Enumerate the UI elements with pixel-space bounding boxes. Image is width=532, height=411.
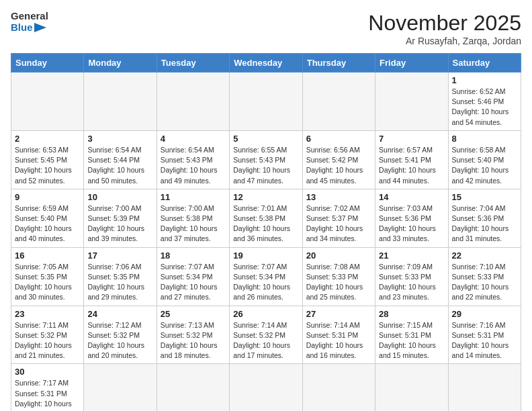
- day-info: Sunrise: 7:14 AM Sunset: 5:31 PM Dayligh…: [306, 320, 371, 361]
- calendar-cell: 27Sunrise: 7:14 AM Sunset: 5:31 PM Dayli…: [302, 306, 375, 364]
- calendar-cell: 2Sunrise: 6:53 AM Sunset: 5:45 PM Daylig…: [11, 130, 84, 189]
- calendar-cell: [11, 73, 84, 131]
- calendar-cell: 18Sunrise: 7:07 AM Sunset: 5:34 PM Dayli…: [157, 247, 229, 306]
- day-number: 15: [452, 192, 517, 202]
- calendar-week-row: 2Sunrise: 6:53 AM Sunset: 5:45 PM Daylig…: [11, 130, 521, 189]
- weekday-header-sunday: Sunday: [11, 54, 84, 73]
- weekday-header-thursday: Thursday: [302, 54, 375, 73]
- calendar-cell: [230, 73, 302, 131]
- calendar-cell: [157, 364, 229, 411]
- calendar-cell: 17Sunrise: 7:06 AM Sunset: 5:35 PM Dayli…: [84, 247, 157, 306]
- day-info: Sunrise: 7:03 AM Sunset: 5:36 PM Dayligh…: [379, 203, 444, 244]
- logo: General Blue: [11, 11, 48, 33]
- day-number: 11: [161, 192, 226, 202]
- day-number: 3: [87, 134, 152, 144]
- day-number: 29: [452, 309, 517, 319]
- calendar-cell: 26Sunrise: 7:14 AM Sunset: 5:32 PM Dayli…: [230, 306, 302, 364]
- day-number: 13: [306, 192, 371, 202]
- month-title: November 2025: [368, 11, 521, 36]
- day-number: 24: [87, 309, 152, 319]
- calendar-cell: 25Sunrise: 7:13 AM Sunset: 5:32 PM Dayli…: [157, 306, 229, 364]
- calendar-cell: 21Sunrise: 7:09 AM Sunset: 5:33 PM Dayli…: [375, 247, 448, 306]
- calendar-cell: 29Sunrise: 7:16 AM Sunset: 5:31 PM Dayli…: [448, 306, 521, 364]
- location-subtitle: Ar Rusayfah, Zarqa, Jordan: [368, 36, 521, 46]
- calendar-cell: 8Sunrise: 6:58 AM Sunset: 5:40 PM Daylig…: [448, 130, 521, 189]
- day-number: 4: [161, 134, 226, 144]
- day-info: Sunrise: 7:11 AM Sunset: 5:32 PM Dayligh…: [15, 320, 80, 361]
- day-number: 23: [15, 309, 80, 319]
- calendar-cell: 12Sunrise: 7:01 AM Sunset: 5:38 PM Dayli…: [230, 189, 302, 247]
- calendar-cell: 16Sunrise: 7:05 AM Sunset: 5:35 PM Dayli…: [11, 247, 84, 306]
- weekday-header-wednesday: Wednesday: [230, 54, 302, 73]
- calendar-cell: [84, 364, 157, 411]
- day-number: 14: [379, 192, 444, 202]
- calendar-cell: 22Sunrise: 7:10 AM Sunset: 5:33 PM Dayli…: [448, 247, 521, 306]
- calendar-cell: 11Sunrise: 7:00 AM Sunset: 5:38 PM Dayli…: [157, 189, 229, 247]
- calendar-week-row: 1Sunrise: 6:52 AM Sunset: 5:46 PM Daylig…: [11, 73, 521, 131]
- day-number: 21: [379, 250, 444, 261]
- day-info: Sunrise: 7:17 AM Sunset: 5:31 PM Dayligh…: [15, 378, 80, 411]
- day-number: 28: [379, 309, 444, 319]
- day-info: Sunrise: 7:04 AM Sunset: 5:36 PM Dayligh…: [452, 203, 517, 244]
- calendar-cell: 4Sunrise: 6:54 AM Sunset: 5:43 PM Daylig…: [157, 130, 229, 189]
- logo-triangle-icon: [34, 23, 46, 32]
- day-info: Sunrise: 7:12 AM Sunset: 5:32 PM Dayligh…: [87, 320, 152, 361]
- calendar-cell: 19Sunrise: 7:07 AM Sunset: 5:34 PM Dayli…: [230, 247, 302, 306]
- day-info: Sunrise: 6:54 AM Sunset: 5:44 PM Dayligh…: [87, 145, 152, 186]
- calendar-cell: 6Sunrise: 6:56 AM Sunset: 5:42 PM Daylig…: [302, 130, 375, 189]
- calendar-cell: 13Sunrise: 7:02 AM Sunset: 5:37 PM Dayli…: [302, 189, 375, 247]
- calendar-cell: [302, 364, 375, 411]
- calendar-week-row: 9Sunrise: 6:59 AM Sunset: 5:40 PM Daylig…: [11, 189, 521, 247]
- day-number: 22: [452, 250, 517, 261]
- calendar-cell: [375, 364, 448, 411]
- day-number: 2: [15, 134, 80, 144]
- calendar-cell: 20Sunrise: 7:08 AM Sunset: 5:33 PM Dayli…: [302, 247, 375, 306]
- day-info: Sunrise: 7:05 AM Sunset: 5:35 PM Dayligh…: [15, 262, 80, 303]
- day-info: Sunrise: 7:16 AM Sunset: 5:31 PM Dayligh…: [452, 320, 517, 361]
- day-number: 17: [87, 250, 152, 261]
- day-info: Sunrise: 7:10 AM Sunset: 5:33 PM Dayligh…: [452, 262, 517, 303]
- day-info: Sunrise: 7:00 AM Sunset: 5:39 PM Dayligh…: [87, 203, 152, 244]
- calendar-cell: 9Sunrise: 6:59 AM Sunset: 5:40 PM Daylig…: [11, 189, 84, 247]
- calendar-week-row: 23Sunrise: 7:11 AM Sunset: 5:32 PM Dayli…: [11, 306, 521, 364]
- calendar-cell: 30Sunrise: 7:17 AM Sunset: 5:31 PM Dayli…: [11, 364, 84, 411]
- day-number: 26: [233, 309, 298, 319]
- calendar-cell: 1Sunrise: 6:52 AM Sunset: 5:46 PM Daylig…: [448, 73, 521, 131]
- day-number: 6: [306, 134, 371, 144]
- day-info: Sunrise: 6:59 AM Sunset: 5:40 PM Dayligh…: [15, 203, 80, 244]
- day-number: 1: [452, 75, 517, 85]
- logo-general-text: General: [11, 11, 48, 22]
- calendar-cell: 14Sunrise: 7:03 AM Sunset: 5:36 PM Dayli…: [375, 189, 448, 247]
- weekday-header-row: SundayMondayTuesdayWednesdayThursdayFrid…: [11, 54, 521, 73]
- day-number: 20: [306, 250, 371, 261]
- calendar-cell: 23Sunrise: 7:11 AM Sunset: 5:32 PM Dayli…: [11, 306, 84, 364]
- calendar-cell: [375, 73, 448, 131]
- day-info: Sunrise: 7:01 AM Sunset: 5:38 PM Dayligh…: [233, 203, 298, 244]
- calendar-cell: [157, 73, 229, 131]
- day-number: 19: [233, 250, 298, 261]
- day-info: Sunrise: 6:58 AM Sunset: 5:40 PM Dayligh…: [452, 145, 517, 186]
- day-info: Sunrise: 7:13 AM Sunset: 5:32 PM Dayligh…: [161, 320, 226, 361]
- weekday-header-saturday: Saturday: [448, 54, 521, 73]
- day-number: 27: [306, 309, 371, 319]
- day-info: Sunrise: 7:07 AM Sunset: 5:34 PM Dayligh…: [161, 262, 226, 303]
- day-number: 10: [87, 192, 152, 202]
- calendar-cell: 3Sunrise: 6:54 AM Sunset: 5:44 PM Daylig…: [84, 130, 157, 189]
- day-info: Sunrise: 7:06 AM Sunset: 5:35 PM Dayligh…: [87, 262, 152, 303]
- page-header: General Blue November 2025 Ar Rusayfah, …: [11, 11, 521, 46]
- calendar-cell: [84, 73, 157, 131]
- weekday-header-tuesday: Tuesday: [157, 54, 229, 73]
- calendar-week-row: 30Sunrise: 7:17 AM Sunset: 5:31 PM Dayli…: [11, 364, 521, 411]
- day-info: Sunrise: 6:57 AM Sunset: 5:41 PM Dayligh…: [379, 145, 444, 186]
- calendar-table: SundayMondayTuesdayWednesdayThursdayFrid…: [11, 53, 521, 411]
- day-info: Sunrise: 7:07 AM Sunset: 5:34 PM Dayligh…: [233, 262, 298, 303]
- day-number: 16: [15, 250, 80, 261]
- day-number: 9: [15, 192, 80, 202]
- calendar-cell: [230, 364, 302, 411]
- day-number: 12: [233, 192, 298, 202]
- day-info: Sunrise: 7:02 AM Sunset: 5:37 PM Dayligh…: [306, 203, 371, 244]
- title-block: November 2025 Ar Rusayfah, Zarqa, Jordan: [368, 11, 521, 46]
- calendar-cell: 15Sunrise: 7:04 AM Sunset: 5:36 PM Dayli…: [448, 189, 521, 247]
- day-info: Sunrise: 6:53 AM Sunset: 5:45 PM Dayligh…: [15, 145, 80, 186]
- day-info: Sunrise: 6:52 AM Sunset: 5:46 PM Dayligh…: [452, 87, 517, 128]
